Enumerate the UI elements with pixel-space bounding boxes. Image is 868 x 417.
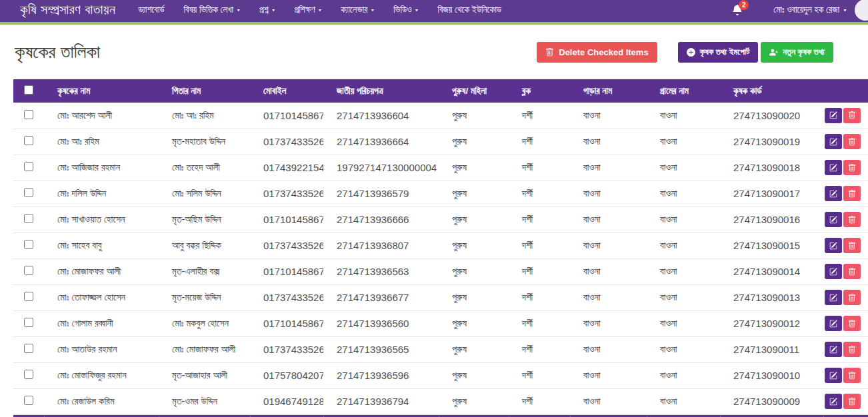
- trash-icon: [848, 242, 856, 250]
- delete-button[interactable]: [843, 186, 861, 201]
- select-all-checkbox[interactable]: [24, 85, 33, 95]
- trash-icon: [848, 398, 856, 406]
- column-header: মোবাইল: [250, 79, 323, 103]
- row-actions: [825, 134, 868, 149]
- cell-para: বাওনা: [570, 103, 647, 129]
- column-header: পিতার নাম: [159, 79, 250, 103]
- nav-item-6[interactable]: বিজয় থেকে ইউনিকোড: [438, 5, 502, 15]
- edit-button[interactable]: [825, 264, 842, 279]
- edit-button[interactable]: [825, 108, 842, 123]
- new-farmer-button[interactable]: নতুন কৃষক তথ্য: [761, 42, 833, 63]
- delete-button[interactable]: [843, 108, 861, 123]
- delete-button[interactable]: [843, 134, 861, 149]
- edit-icon: [829, 190, 837, 198]
- table-footer: কৃষকের নামপিতার নামমোবাইলজাতীয় পরিচয়পত…: [13, 414, 868, 417]
- edit-button[interactable]: [825, 186, 842, 201]
- edit-icon: [829, 372, 837, 380]
- cell-card: 274713090010: [720, 362, 823, 388]
- import-farmer-button[interactable]: কৃষক তথ্য ইমপোর্ট: [678, 42, 759, 63]
- cell-nid: 2714713936565: [323, 336, 439, 362]
- row-select-cell: [13, 284, 44, 310]
- row-actions-cell: [823, 155, 868, 181]
- user-menu[interactable]: মোঃ ওবায়েদুল হক রেজা ▾: [773, 5, 847, 15]
- row-checkbox[interactable]: [24, 370, 33, 379]
- edit-button[interactable]: [825, 160, 842, 175]
- edit-button[interactable]: [825, 368, 842, 383]
- delete-button[interactable]: [843, 264, 861, 279]
- delete-button[interactable]: [843, 368, 861, 383]
- cell-nid: 2714713936666: [323, 207, 439, 232]
- nav-item-4[interactable]: ক্যালেন্ডার▾: [341, 5, 374, 15]
- edit-button[interactable]: [825, 394, 842, 409]
- delete-button[interactable]: [843, 342, 861, 357]
- row-select-cell: [13, 362, 44, 388]
- row-select-cell: [13, 181, 44, 207]
- app-brand[interactable]: কৃষি সম্প্রসারণ বাতায়ন: [20, 2, 115, 17]
- table-row: মোঃ গোলাম রব্বানীমোঃ মকবুল হোসেন01710145…: [13, 310, 868, 336]
- cell-block: দর্শী: [509, 258, 570, 284]
- edit-button[interactable]: [825, 134, 842, 149]
- caret-down-icon: ▾: [843, 6, 847, 14]
- avatar[interactable]: [855, 0, 868, 21]
- edit-button[interactable]: [825, 342, 842, 357]
- delete-checked-button[interactable]: Delete Checked Items: [537, 42, 657, 63]
- row-actions: [825, 342, 868, 357]
- page-header: কৃষকের তালিকা Delete Checked Items কৃষক …: [0, 25, 868, 79]
- trash-icon: [848, 216, 856, 224]
- row-checkbox[interactable]: [24, 240, 33, 249]
- cell-name: মোঃ রেজাউল করিম: [44, 388, 159, 414]
- column-header: গ্রামের নাম: [647, 79, 720, 103]
- row-actions: [825, 212, 868, 227]
- nav-item-1[interactable]: বিষয় ভিত্তিক লেখা▾: [184, 5, 241, 15]
- row-checkbox[interactable]: [24, 344, 33, 353]
- nav-item-2[interactable]: প্রশ্ন▾: [259, 5, 275, 15]
- nav-item-label: প্রশ্ন: [259, 5, 269, 15]
- row-actions: [825, 290, 868, 305]
- row-checkbox[interactable]: [24, 136, 33, 145]
- table-header: কৃষকের নামপিতার নামমোবাইলজাতীয় পরিচয়পত…: [13, 79, 868, 103]
- cell-village: বাওনা: [647, 388, 720, 414]
- cell-village: বাওনা: [647, 155, 720, 181]
- cell-card: 274713090020: [720, 103, 823, 129]
- delete-button[interactable]: [843, 160, 861, 175]
- row-checkbox[interactable]: [24, 318, 33, 327]
- delete-button[interactable]: [843, 290, 861, 305]
- column-header: গ্রামের নাম: [647, 414, 720, 417]
- notification-badge: 2: [739, 0, 749, 10]
- row-select-cell: [13, 103, 44, 129]
- delete-button[interactable]: [843, 238, 861, 253]
- cell-card: 274713090013: [720, 284, 823, 310]
- row-checkbox[interactable]: [24, 110, 33, 119]
- row-select-cell: [13, 207, 44, 232]
- cell-nid: 2714713936579: [323, 181, 439, 207]
- row-checkbox[interactable]: [24, 214, 33, 223]
- cell-block: দর্শী: [509, 310, 570, 336]
- row-checkbox[interactable]: [24, 266, 33, 275]
- edit-button[interactable]: [825, 316, 842, 331]
- row-select-cell: [13, 232, 44, 258]
- cell-village: বাওনা: [647, 181, 720, 207]
- row-checkbox[interactable]: [24, 162, 33, 171]
- caret-down-icon: ▾: [415, 6, 419, 14]
- row-actions-cell: [823, 310, 868, 336]
- column-header: পুরুষ/ মহিলা: [439, 79, 509, 103]
- edit-button[interactable]: [825, 290, 842, 305]
- cell-name: মোঃ মোস্তাফিজুর রহমান: [44, 362, 159, 388]
- delete-button[interactable]: [843, 394, 861, 409]
- edit-button[interactable]: [825, 212, 842, 227]
- row-checkbox[interactable]: [24, 292, 33, 301]
- cell-block: দর্শী: [509, 232, 570, 258]
- edit-button[interactable]: [825, 238, 842, 253]
- row-checkbox[interactable]: [24, 188, 33, 197]
- notifications-button[interactable]: 2: [732, 5, 743, 15]
- trash-icon: [848, 320, 856, 328]
- nav-item-5[interactable]: ভিডিও▾: [393, 5, 418, 15]
- delete-button[interactable]: [843, 212, 861, 227]
- row-actions-cell: [823, 103, 868, 129]
- cell-mobile: 01737433526: [250, 232, 323, 258]
- row-checkbox[interactable]: [24, 396, 33, 405]
- nav-item-3[interactable]: প্রশিক্ষণ▾: [295, 5, 322, 15]
- delete-button[interactable]: [843, 316, 861, 331]
- nav-item-0[interactable]: ড্যাশবোর্ড: [138, 5, 164, 15]
- cell-village: বাওনা: [647, 129, 720, 155]
